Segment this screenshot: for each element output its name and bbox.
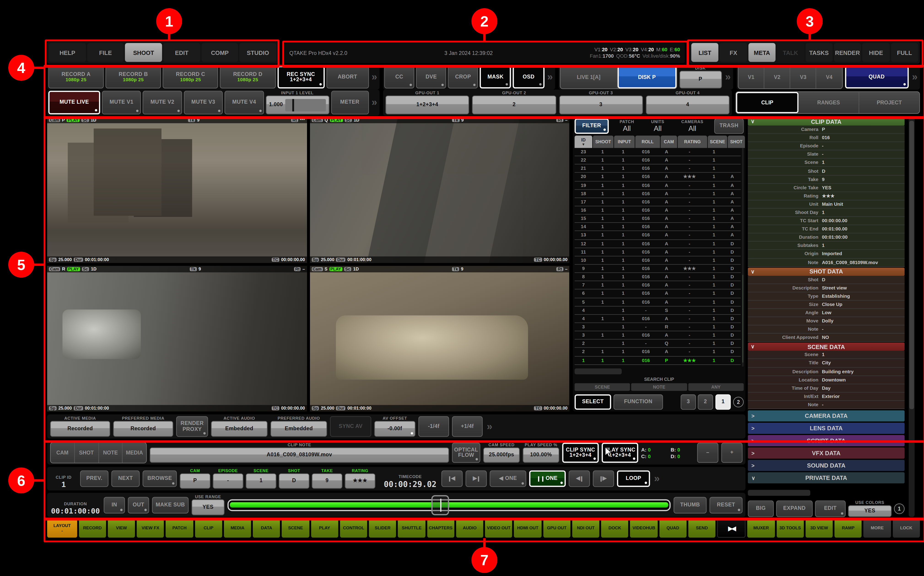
metadata-row[interactable]: Note- bbox=[748, 401, 905, 409]
clip-table-row[interactable]: 611 016A- 1D bbox=[575, 290, 741, 298]
clip-table-row[interactable]: 211 016A- 1D bbox=[575, 348, 741, 356]
clip-table-row[interactable]: 2011 016A★★★ 1A bbox=[575, 173, 741, 181]
metadata-row[interactable]: Note- bbox=[748, 325, 905, 334]
use-colors-button[interactable]: YES bbox=[848, 505, 892, 517]
expand-fx-chevron-icon[interactable]: » bbox=[546, 71, 554, 83]
view-menu-item[interactable]: HIDE bbox=[862, 43, 889, 62]
av-offset-field[interactable]: -0.00f bbox=[374, 421, 415, 437]
optical-flow-button[interactable]: OPTICALFLOW bbox=[452, 443, 480, 463]
select-button[interactable]: SELECT bbox=[575, 394, 611, 410]
metadata-scrollbar[interactable] bbox=[909, 117, 914, 517]
fx-toggle-button[interactable]: OSD bbox=[513, 66, 544, 88]
dock-button[interactable]: DOCK bbox=[601, 519, 629, 538]
view-menu-item[interactable]: META bbox=[748, 43, 776, 62]
note-tab[interactable]: NOTE bbox=[99, 443, 123, 463]
tab-project[interactable]: PROJECT bbox=[859, 92, 919, 113]
metadata-row[interactable]: UnitMain Unit bbox=[748, 200, 905, 208]
page-button-active[interactable]: 1 bbox=[715, 394, 731, 410]
clip-table-scrollbar[interactable] bbox=[742, 148, 744, 367]
metadata-row[interactable]: Int/ExtExterior bbox=[748, 392, 905, 401]
clip-table-row[interactable]: 1111 016A- 1D bbox=[575, 248, 741, 256]
dock-button[interactable]: RECORD bbox=[79, 519, 106, 538]
rec-sync-button[interactable]: REC SYNC1+2+3+4 bbox=[277, 66, 324, 88]
gpu-out-button[interactable]: 3 bbox=[559, 95, 643, 114]
main-menu-item[interactable]: EDIT bbox=[163, 43, 200, 62]
back-one-button[interactable]: ◀ ONE bbox=[490, 471, 527, 487]
reset-button[interactable]: RESET bbox=[710, 497, 742, 513]
skip-end-button[interactable]: ▶ bbox=[466, 471, 487, 487]
page-button[interactable]: 3 bbox=[681, 394, 696, 410]
cam-speed-field[interactable]: 25.000fps bbox=[483, 447, 520, 463]
dock-button[interactable]: SCENE bbox=[282, 519, 309, 538]
meter-button[interactable]: METER bbox=[331, 91, 369, 114]
out-button[interactable]: OUT bbox=[128, 497, 149, 513]
column-header-id[interactable]: ID▼ bbox=[575, 136, 592, 148]
metadata-row[interactable]: OriginImported bbox=[748, 250, 905, 258]
clip-table-row[interactable]: 21 -Q- 1D bbox=[575, 339, 741, 348]
clip-table-row[interactable]: 1911 016A- 1A bbox=[575, 181, 741, 189]
dock-button[interactable]: DATA bbox=[253, 519, 280, 538]
dock-layout-button[interactable]: LAYOUT- bbox=[47, 519, 77, 538]
metadata-row[interactable]: Rating★★★ bbox=[748, 192, 905, 200]
thumb-button[interactable]: THUMB bbox=[673, 497, 707, 513]
dock-button[interactable]: NDI OUT bbox=[572, 519, 599, 538]
clip-table-row[interactable]: 1611 016A- 1A bbox=[575, 206, 741, 214]
metadata-row[interactable]: Scene1 bbox=[748, 159, 905, 167]
viewer-select-button[interactable]: V1 bbox=[739, 66, 764, 88]
metadata-row[interactable]: ShotD bbox=[748, 167, 905, 175]
clip-note-field[interactable]: A016_C009_08109W.mov bbox=[150, 447, 449, 463]
metadata-row[interactable]: DescriptionBuilding entry bbox=[748, 368, 905, 376]
viewer-select-button[interactable]: V2 bbox=[764, 66, 790, 88]
clip-table-row[interactable]: 1411 016A- 1A bbox=[575, 223, 741, 231]
dock-button[interactable]: SEND bbox=[688, 519, 716, 538]
scrub-slider[interactable] bbox=[227, 499, 670, 511]
viewer-select-button[interactable]: V3 bbox=[790, 66, 817, 88]
metadata-row[interactable]: NoteA016_C009_08109W.mov bbox=[748, 259, 905, 267]
clip-sync-button[interactable]: CLIP SYNC1+2+3+4 bbox=[562, 443, 599, 463]
quad-view-button[interactable]: QUAD bbox=[845, 66, 908, 88]
clip-table-row[interactable]: 31 -R- 1D bbox=[575, 323, 741, 331]
dock-button[interactable]: GPU OUT bbox=[543, 519, 570, 538]
expand-disk-chevron-icon[interactable]: » bbox=[724, 71, 732, 83]
clip-table-row[interactable]: 1511 016A- 1A bbox=[575, 214, 741, 223]
collapsed-section-bar[interactable]: >LENS DATA bbox=[748, 423, 905, 434]
gpu-out-button[interactable]: 2 bbox=[472, 95, 556, 114]
clip-field-button[interactable]: ★★★ bbox=[345, 474, 375, 489]
clip-field-button[interactable]: P bbox=[180, 474, 211, 489]
clip-table-row[interactable]: 811 016A- 1D bbox=[575, 273, 741, 281]
video-viewer[interactable]: CamS PLAY Sc1D Tk9 Rt– Sp25.000 Dur00:01… bbox=[310, 266, 570, 411]
fx-toggle-button[interactable]: CC bbox=[384, 66, 415, 88]
main-menu-item[interactable]: HELP bbox=[49, 43, 86, 62]
record-button[interactable]: RECORD B1080p 25 bbox=[105, 66, 161, 88]
collapsed-section-bar[interactable]: ∨PRIVATE DATA bbox=[748, 472, 905, 483]
note-tab[interactable]: SHOT bbox=[75, 443, 99, 463]
tab-ranges[interactable]: RANGES bbox=[798, 92, 859, 113]
render-proxy-button[interactable]: RENDERPROXY bbox=[176, 416, 208, 437]
search-scope-tab[interactable]: ANY bbox=[688, 383, 744, 390]
expand-media-chevron-icon[interactable]: » bbox=[486, 421, 494, 432]
dock-button[interactable]: VIEW bbox=[108, 519, 135, 538]
clip-table-row[interactable]: 911 016A★★★ 1D bbox=[575, 265, 741, 273]
metadata-row[interactable]: TitleCity bbox=[748, 359, 905, 368]
gpu-out-button[interactable]: 4 bbox=[646, 95, 729, 114]
expand-button[interactable]: EXPAND bbox=[776, 501, 813, 517]
clip-table-row[interactable]: 1011 016A- 1D bbox=[575, 256, 741, 264]
dock-button[interactable]: VIEW FX bbox=[137, 519, 164, 538]
units-filter[interactable]: UNITSAll bbox=[651, 120, 664, 133]
clip-field-button[interactable]: 9 bbox=[312, 474, 343, 489]
view-menu-item[interactable]: FULL bbox=[891, 43, 918, 62]
dock-button[interactable]: SLIDER bbox=[369, 519, 396, 538]
clip-table-row[interactable]: 411 016A- 1D bbox=[575, 315, 741, 323]
step-forward-button[interactable]: ▶ bbox=[593, 471, 614, 487]
note-minus-button[interactable]: – bbox=[697, 443, 718, 463]
clip-table-row[interactable]: 1211 016A- 1D bbox=[575, 240, 741, 248]
metadata-row[interactable]: Circle TakeYES bbox=[748, 184, 905, 192]
expand-record-chevron-icon[interactable]: » bbox=[370, 71, 378, 83]
column-header-scene[interactable]: SCENE bbox=[708, 136, 727, 148]
input-level-field[interactable]: 1.000 bbox=[266, 95, 329, 114]
dock-button[interactable]: MEDIA bbox=[224, 519, 251, 538]
page-button[interactable]: 2 bbox=[698, 394, 713, 410]
clip-table-row[interactable]: 711 016A- 1D bbox=[575, 281, 741, 290]
metadata-row[interactable]: Subtakes1 bbox=[748, 242, 905, 250]
clip-table-row[interactable]: 2311 016A- 1 bbox=[575, 148, 741, 156]
